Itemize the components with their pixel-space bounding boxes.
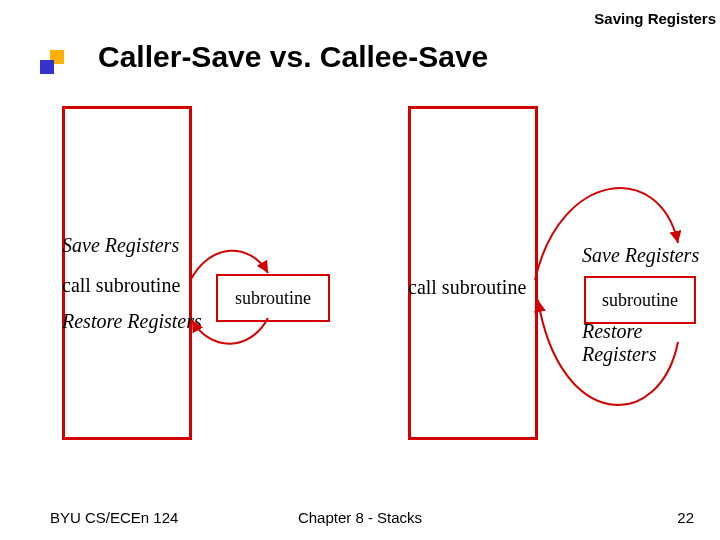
callee-return-arrow: [0, 0, 720, 540]
footer-center: Chapter 8 - Stacks: [298, 509, 422, 526]
footer-left: BYU CS/ECEn 124: [50, 509, 178, 526]
footer-page-number: 22: [677, 509, 694, 526]
